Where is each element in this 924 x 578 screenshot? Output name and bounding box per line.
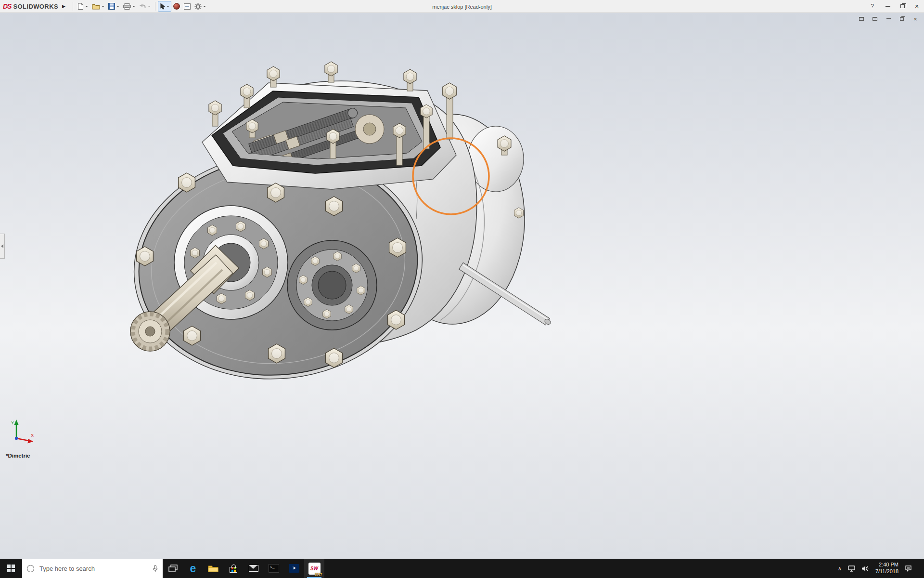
doc-restore-button[interactable] [898,15,906,22]
search-input[interactable] [38,565,148,573]
store-icon [230,567,237,573]
y-axis-label: Y [11,420,14,425]
open-dropdown-icon[interactable] [102,6,104,7]
splined-shaft-end [130,312,170,351]
gearbox-3d-model[interactable]: Y X [0,13,924,559]
solidworks-icon-year: 2017 [315,573,322,576]
solidworks-icon-text: SW [310,566,318,571]
minimize-button[interactable] [881,0,895,13]
undo-button[interactable] [137,1,153,11]
solidworks-taskbar-button[interactable]: SW 2017 [304,559,324,578]
window-controls: ? × [864,0,924,13]
toolbar-separator [73,2,73,11]
new-document-button[interactable] [76,1,90,12]
solidworks-wordmark: SOLIDWORKS [13,3,58,10]
solidworks-app-icon: SW 2017 [308,563,321,575]
select-cursor-icon [160,3,165,10]
orientation-triad: Y X [11,420,34,444]
file-explorer-icon [208,565,218,573]
y-axis-arrow-icon [14,420,19,425]
restore-button[interactable] [895,0,910,13]
mail-icon [249,565,258,572]
appearance-sphere-icon [173,3,180,10]
windows-logo-icon [7,565,15,572]
solidworks-logo: DS SOLIDWORKS [3,2,58,10]
solidworks-window: DS SOLIDWORKS ▶ [0,0,924,578]
appearance-button[interactable] [171,1,182,12]
open-folder-icon [92,3,100,10]
doc-minimize-button[interactable] [885,15,892,22]
new-document-icon [77,3,84,10]
print-button[interactable] [121,1,137,12]
system-tray: ∧ 2:40 PM 7/11/2018 [838,559,924,578]
help-button[interactable]: ? [864,3,881,10]
store-button[interactable] [223,559,244,578]
undo-dropdown-icon [148,6,151,7]
taskbar-clock[interactable]: 2:40 PM 7/11/2018 [875,562,898,575]
new-dropdown-icon[interactable] [85,6,88,7]
undo-icon [139,3,146,9]
doc-cascade-button[interactable] [858,15,865,22]
minimize-icon [886,6,890,7]
volume-icon[interactable] [861,565,869,572]
title-bar: DS SOLIDWORKS ▶ [0,0,924,13]
select-tool-button[interactable] [158,1,171,12]
document-window-controls: × [858,15,919,22]
restore-icon [900,4,905,8]
command-prompt-button[interactable]: >_ [264,559,284,578]
clock-time: 2:40 PM [879,562,898,568]
save-dropdown-icon[interactable] [116,6,119,7]
view-orientation-label: *Dimetric [6,453,30,459]
report-button[interactable] [182,1,192,12]
print-icon [123,3,131,10]
edge-icon: e [190,563,196,574]
cascade-icon [859,17,864,21]
tile-icon [873,17,877,21]
x-axis-arrow-icon [28,439,34,444]
save-button[interactable] [106,1,121,12]
select-dropdown-icon[interactable] [167,6,169,7]
powershell-icon: > [289,564,299,573]
save-icon [108,3,115,10]
doc-tile-button[interactable] [871,15,879,22]
network-icon[interactable] [848,565,855,572]
z-axis-dot-icon [15,437,18,440]
tray-overflow-icon[interactable]: ∧ [838,565,842,572]
microphone-icon[interactable] [153,565,158,572]
report-icon [184,3,191,10]
menu-flyout-icon[interactable]: ▶ [62,4,65,9]
taskbar-search[interactable] [22,559,163,578]
windows-taskbar: e >_ > SW 2017 ∧ [0,559,924,578]
x-axis-label: X [31,433,34,438]
mail-button[interactable] [244,559,264,578]
doc-restore-icon [900,17,904,21]
graphics-viewport[interactable]: × [0,13,924,559]
print-dropdown-icon[interactable] [132,6,135,7]
bearing-cover-small [287,240,377,330]
options-button[interactable] [192,1,208,12]
clock-date: 7/11/2018 [875,568,898,575]
options-dropdown-icon[interactable] [203,6,206,7]
action-center-icon[interactable] [905,565,912,572]
gear-icon [194,3,202,10]
dassault-logo-icon: DS [3,2,11,10]
command-prompt-icon: >_ [269,564,279,573]
task-view-button[interactable] [163,559,183,578]
file-explorer-button[interactable] [203,559,223,578]
doc-minimize-icon [886,18,891,19]
start-button[interactable] [0,559,22,578]
cortana-icon [27,565,34,572]
close-button[interactable]: × [910,0,924,13]
doc-close-button[interactable]: × [911,15,919,22]
task-view-icon [168,565,178,573]
powershell-button[interactable]: > [284,559,304,578]
edge-button[interactable]: e [183,559,203,578]
open-document-button[interactable] [90,1,106,12]
toolbar-separator [155,2,155,11]
